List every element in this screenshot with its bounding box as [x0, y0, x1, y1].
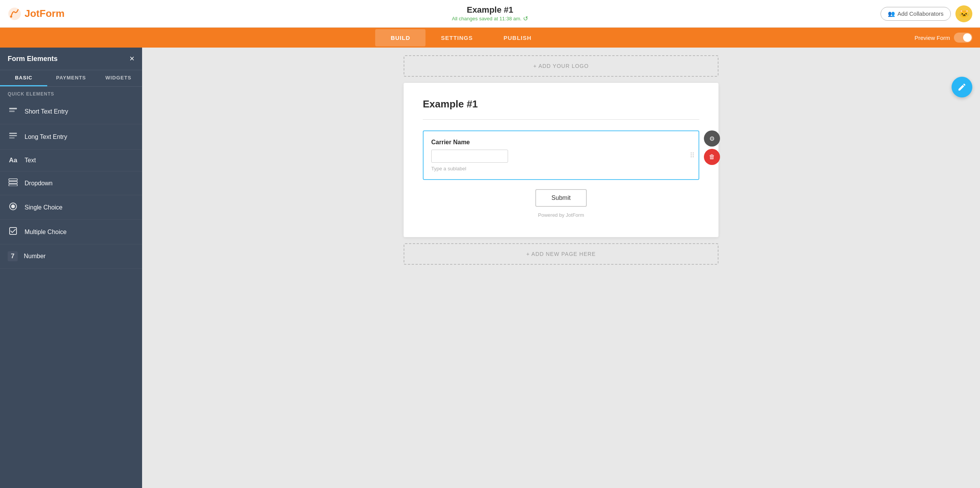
- logo-text: JotForm: [25, 8, 65, 20]
- canvas-inner: + ADD YOUR LOGO Example #1 Carrier Name …: [388, 48, 734, 280]
- nav-tabs: BUILD SETTINGS PUBLISH: [8, 29, 914, 46]
- sidebar-item-dropdown[interactable]: Dropdown: [0, 171, 142, 195]
- logo-area: JotForm: [8, 7, 65, 21]
- short-text-icon: [8, 106, 18, 117]
- sidebar-header: Form Elements ×: [0, 48, 142, 70]
- sidebar-items: Short Text Entry Long Text Entry Aa Text…: [0, 99, 142, 488]
- preview-form-label: Preview Form: [914, 35, 950, 41]
- drag-handle-icon: ⠿: [690, 151, 695, 160]
- form-title: Example #1: [452, 5, 528, 15]
- tab-basic[interactable]: BASIC: [0, 70, 47, 86]
- nav-bar: BUILD SETTINGS PUBLISH Preview Form: [0, 28, 980, 48]
- svg-rect-8: [9, 181, 17, 183]
- preview-area: Preview Form: [914, 33, 972, 43]
- single-choice-icon: [8, 202, 18, 213]
- avatar[interactable]: 🐱: [955, 5, 972, 22]
- refresh-icon: ↺: [523, 15, 528, 22]
- users-icon: 👥: [888, 10, 895, 17]
- svg-rect-5: [9, 135, 17, 136]
- number-icon: 7: [8, 251, 18, 261]
- sidebar-item-text[interactable]: Aa Text: [0, 150, 142, 171]
- text-icon: Aa: [8, 157, 18, 164]
- svg-rect-9: [9, 184, 17, 186]
- sidebar-item-label: Dropdown: [25, 180, 53, 187]
- sidebar-item-multiple-choice[interactable]: Multiple Choice: [0, 220, 142, 244]
- field-sublabel: Type a sublabel: [431, 166, 691, 171]
- floating-edit-button[interactable]: [952, 77, 972, 97]
- add-logo-area[interactable]: + ADD YOUR LOGO: [404, 55, 718, 77]
- sidebar-item-single-choice[interactable]: Single Choice: [0, 195, 142, 220]
- sidebar-item-label: Multiple Choice: [25, 229, 66, 236]
- svg-rect-3: [9, 110, 15, 112]
- sidebar-item-label: Long Text Entry: [25, 134, 67, 140]
- carrier-name-input[interactable]: [431, 150, 508, 163]
- header-right: 👥 Add Collaborators 🐱: [881, 5, 972, 22]
- quick-elements-label: QUICK ELEMENTS: [0, 87, 142, 99]
- svg-rect-4: [9, 133, 17, 134]
- svg-rect-2: [9, 108, 17, 109]
- form-field-wrapper[interactable]: Carrier Name Type a sublabel ⠿: [423, 130, 699, 180]
- sidebar-title: Form Elements: [8, 55, 58, 63]
- toggle-knob: [963, 33, 972, 42]
- svg-point-11: [11, 204, 15, 208]
- tab-payments[interactable]: PAYMENTS: [47, 70, 94, 86]
- form-divider: [423, 119, 699, 120]
- canvas-area: + ADD YOUR LOGO Example #1 Carrier Name …: [142, 48, 980, 488]
- pencil-icon: [957, 82, 967, 92]
- submit-button[interactable]: Submit: [535, 189, 587, 207]
- field-delete-button[interactable]: 🗑: [704, 149, 720, 165]
- field-label: Carrier Name: [431, 139, 691, 146]
- sidebar-item-short-text[interactable]: Short Text Entry: [0, 99, 142, 124]
- svg-rect-6: [9, 137, 15, 138]
- sidebar-item-long-text[interactable]: Long Text Entry: [0, 124, 142, 150]
- tab-build[interactable]: BUILD: [375, 29, 425, 46]
- sidebar-item-label: Number: [24, 253, 46, 260]
- multiple-choice-icon: [8, 227, 18, 237]
- svg-point-0: [8, 7, 21, 20]
- header-center: Example #1 All changes saved at 11:38 am…: [452, 5, 528, 22]
- main-layout: Form Elements × BASIC PAYMENTS WIDGETS Q…: [0, 48, 980, 488]
- top-header: JotForm Example #1 All changes saved at …: [0, 0, 980, 28]
- saved-status: All changes saved at 11:38 am. ↺: [452, 15, 528, 22]
- close-sidebar-button[interactable]: ×: [129, 54, 134, 64]
- sidebar-item-label: Short Text Entry: [25, 108, 68, 115]
- field-actions: ⚙ 🗑: [704, 130, 720, 165]
- preview-form-toggle[interactable]: [954, 33, 972, 43]
- sidebar-item-number[interactable]: 7 Number: [0, 244, 142, 269]
- dropdown-icon: [8, 178, 18, 188]
- form-field-container: Carrier Name Type a sublabel ⠿ ⚙ 🗑: [423, 130, 699, 180]
- field-settings-button[interactable]: ⚙: [704, 130, 720, 147]
- add-new-page-area[interactable]: + ADD NEW PAGE HERE: [404, 243, 718, 265]
- long-text-icon: [8, 131, 18, 142]
- form-card-title: Example #1: [423, 98, 699, 110]
- powered-by: Powered by JotForm: [423, 212, 699, 218]
- sidebar: Form Elements × BASIC PAYMENTS WIDGETS Q…: [0, 48, 142, 488]
- sidebar-item-label: Text: [25, 157, 36, 164]
- tab-settings[interactable]: SETTINGS: [425, 29, 488, 46]
- svg-rect-7: [9, 179, 17, 181]
- svg-point-1: [10, 15, 12, 17]
- add-collaborators-button[interactable]: 👥 Add Collaborators: [881, 7, 951, 21]
- form-card: Example #1 Carrier Name Type a sublabel …: [404, 83, 718, 237]
- sidebar-item-label: Single Choice: [25, 204, 63, 211]
- jotform-logo-icon: [8, 7, 22, 21]
- sidebar-tabs: BASIC PAYMENTS WIDGETS: [0, 70, 142, 87]
- tab-widgets[interactable]: WIDGETS: [95, 70, 142, 86]
- tab-publish[interactable]: PUBLISH: [488, 29, 547, 46]
